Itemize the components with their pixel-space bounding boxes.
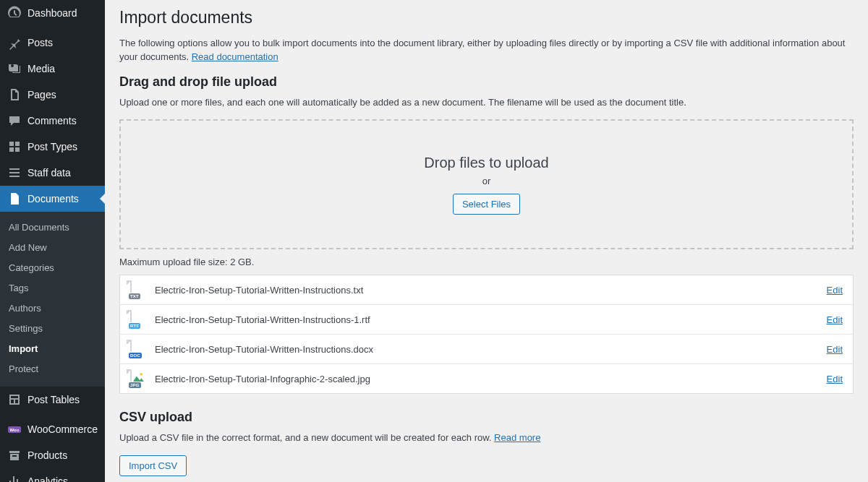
- sidebar-item-label: Products: [27, 449, 67, 462]
- comment-icon: [7, 113, 22, 128]
- file-edit-link[interactable]: Edit: [827, 374, 843, 384]
- pin-icon: [7, 35, 22, 50]
- gauge-icon: [7, 6, 22, 20]
- submenu-item-categories[interactable]: Categories: [0, 258, 105, 278]
- dropzone-label: Drop files to upload: [424, 155, 548, 171]
- submenu-item-tags[interactable]: Tags: [0, 278, 105, 298]
- sidebar-item-label: Dashboard: [27, 7, 77, 20]
- file-edit-link[interactable]: Edit: [827, 314, 843, 325]
- sidebar-item-label: Post Tables: [27, 393, 80, 406]
- sidebar-item-staff-data[interactable]: Staff data: [0, 160, 105, 186]
- dragdrop-section-title: Drag and drop file upload: [119, 74, 854, 90]
- file-name: Electric-Iron-Setup-Tutorial-Infographic…: [155, 374, 818, 384]
- file-name: Electric-Iron-Setup-Tutorial-Written-Ins…: [155, 314, 818, 325]
- file-name: Electric-Iron-Setup-Tutorial-Written-Ins…: [155, 344, 818, 355]
- chart-bar-icon: [7, 474, 22, 482]
- max-upload-note: Maximum upload file size: 2 GB.: [119, 257, 854, 267]
- file-row: JPG Electric-Iron-Setup-Tutorial-Infogra…: [120, 364, 853, 393]
- sidebar-item-media[interactable]: Media: [0, 56, 105, 82]
- main-content: Import documents The following options a…: [105, 0, 868, 482]
- file-row: TXT Electric-Iron-Setup-Tutorial-Written…: [120, 275, 853, 305]
- sidebar-item-label: Media: [27, 62, 55, 75]
- page-title: Import documents: [119, 7, 854, 29]
- file-row: DOC Electric-Iron-Setup-Tutorial-Written…: [120, 335, 853, 364]
- svg-text:Woo: Woo: [10, 428, 20, 432]
- file-edit-link[interactable]: Edit: [827, 285, 843, 296]
- file-row: RTF Electric-Iron-Setup-Tutorial-Written…: [120, 305, 853, 335]
- sidebar-item-label: Comments: [27, 114, 77, 127]
- select-files-button[interactable]: Select Files: [453, 194, 520, 215]
- sidebar-item-label: Post Types: [27, 140, 77, 153]
- sidebar-item-label: Posts: [27, 36, 53, 49]
- dragdrop-help-text: Upload one or more files, and each one w…: [119, 95, 854, 110]
- submenu-item-all-documents[interactable]: All Documents: [0, 218, 105, 238]
- csv-section-title: CSV upload: [119, 410, 854, 425]
- file-name: Electric-Iron-Setup-Tutorial-Written-Ins…: [155, 285, 818, 296]
- sidebar-item-products[interactable]: Products: [0, 442, 105, 468]
- table-icon: [7, 392, 22, 407]
- submenu-item-authors[interactable]: Authors: [0, 298, 105, 319]
- sidebar-item-label: Analytics: [27, 475, 68, 482]
- sidebar-item-documents[interactable]: Documents: [0, 186, 105, 212]
- sidebar-item-woocommerce[interactable]: Woo WooCommerce: [0, 416, 105, 442]
- submenu-item-import[interactable]: Import: [0, 339, 105, 359]
- sidebar-submenu-documents: All Documents Add New Categories Tags Au…: [0, 212, 105, 387]
- media-icon: [7, 61, 22, 76]
- dropzone-or-label: or: [482, 176, 491, 186]
- sidebar-item-analytics[interactable]: Analytics: [0, 468, 105, 482]
- sidebar-item-post-tables[interactable]: Post Tables: [0, 387, 105, 413]
- uploaded-file-list: TXT Electric-Iron-Setup-Tutorial-Written…: [119, 275, 854, 394]
- sidebar-item-label: Pages: [27, 88, 56, 101]
- file-dropzone[interactable]: Drop files to upload or Select Files: [119, 119, 854, 249]
- sidebar-item-post-types[interactable]: Post Types: [0, 134, 105, 160]
- sidebar-item-label: WooCommerce: [27, 423, 98, 436]
- sidebar-item-label: Documents: [27, 192, 79, 205]
- pages-icon: [7, 87, 22, 102]
- sidebar-item-posts[interactable]: Posts: [0, 30, 105, 56]
- csv-read-more-link[interactable]: Read more: [494, 432, 540, 443]
- document-icon: [7, 191, 22, 206]
- file-icon-rtf: RTF: [130, 311, 146, 328]
- woocommerce-icon: Woo: [7, 422, 22, 436]
- file-icon-txt: TXT: [130, 281, 146, 298]
- csv-help-text: Upload a CSV file in the correct format,…: [119, 431, 854, 445]
- svg-point-4: [140, 373, 142, 376]
- read-documentation-link[interactable]: Read documentation: [192, 51, 278, 62]
- sidebar-item-pages[interactable]: Pages: [0, 82, 105, 108]
- file-icon-docx: DOC: [130, 340, 146, 358]
- list-icon: [7, 165, 22, 180]
- page-description: The following options allow you to bulk …: [119, 36, 854, 64]
- file-edit-link[interactable]: Edit: [827, 344, 843, 355]
- import-csv-button[interactable]: Import CSV: [119, 455, 187, 477]
- sidebar-item-comments[interactable]: Comments: [0, 108, 105, 134]
- archive-icon: [7, 448, 22, 462]
- file-icon-jpg: JPG: [130, 370, 146, 387]
- submenu-item-protect[interactable]: Protect: [0, 359, 105, 379]
- submenu-item-add-new[interactable]: Add New: [0, 238, 105, 258]
- admin-sidebar: Dashboard Posts Media Pages Comments Pos…: [0, 0, 105, 482]
- grid-icon: [7, 139, 22, 154]
- sidebar-item-dashboard[interactable]: Dashboard: [0, 0, 105, 26]
- sidebar-item-label: Staff data: [27, 166, 71, 179]
- csv-help-prefix: Upload a CSV file in the correct format,…: [119, 432, 494, 443]
- svg-marker-3: [133, 376, 144, 382]
- submenu-item-settings[interactable]: Settings: [0, 319, 105, 339]
